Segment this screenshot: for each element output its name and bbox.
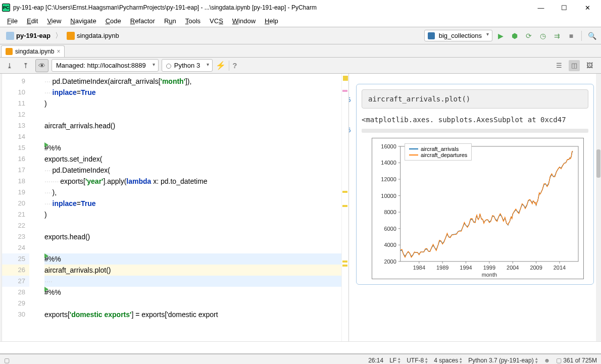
svg-text:16000: 16000 (381, 143, 396, 149)
notebook-file-icon (6, 48, 13, 55)
cell-in-number: 6 (348, 96, 351, 103)
output-scrollbar[interactable] (596, 74, 601, 341)
run-cell-up-icon[interactable]: ⤒ (19, 59, 32, 72)
editor-tab[interactable]: singdata.ipynb × (1, 45, 65, 57)
indent[interactable]: 4 spaces▴▾ (434, 357, 462, 364)
main-content: 9101112131415161718192021222324252627282… (0, 74, 601, 341)
notebook-toolbar: ⤓ ⤒ 👁 Managed: http://localhost:8889 Pyt… (0, 58, 601, 74)
run-gutter (29, 74, 39, 341)
code-editor[interactable]: 9101112131415161718192021222324252627282… (2, 74, 348, 341)
menu-file[interactable]: FFileile (3, 16, 22, 26)
breadcrumb-separator: 〉 (54, 31, 64, 40)
run-button[interactable]: ▶ (494, 30, 507, 42)
memory-indicator[interactable]: ▢ 361 of 725M (556, 357, 597, 364)
menu-bar: FFileile Edit View Navigate Code Refacto… (0, 15, 601, 27)
menu-view[interactable]: View (43, 16, 65, 26)
svg-text:2009: 2009 (530, 265, 542, 271)
menu-edit[interactable]: Edit (23, 16, 42, 26)
app-icon: PC (2, 4, 10, 12)
editor-tabs: singdata.ipynb × (0, 44, 601, 58)
menu-navigate[interactable]: Navigate (66, 16, 100, 26)
run-configuration-dropdown[interactable]: big_collections (424, 30, 492, 41)
debug-button[interactable]: ⬢ (509, 30, 521, 42)
cell-out-number: 6 (348, 126, 351, 134)
svg-text:1999: 1999 (483, 265, 495, 271)
svg-text:1989: 1989 (436, 265, 448, 271)
line-separator[interactable]: LF▴▾ (389, 357, 400, 364)
kernel-dropdown[interactable]: Python 3 (162, 59, 213, 72)
svg-text:10000: 10000 (381, 193, 396, 199)
preview-toggle-icon[interactable]: 👁 (35, 59, 48, 72)
svg-text:4000: 4000 (384, 242, 396, 248)
svg-text:6000: 6000 (384, 226, 396, 232)
breadcrumb-file[interactable]: singdata.ipynb (64, 31, 122, 41)
preview-view-icon[interactable]: 🖼 (584, 60, 595, 71)
window-title: py-191-eap [C:\Users\Ernst.Haagsman\Pych… (13, 4, 317, 11)
breadcrumb-project[interactable]: py-191-eap (3, 31, 54, 41)
help-icon[interactable]: ? (232, 61, 237, 70)
menu-code[interactable]: Code (102, 16, 125, 26)
tool-window-icon[interactable]: ▢ (4, 357, 10, 364)
cursor-position[interactable]: 26:14 (368, 357, 383, 364)
notebook-output-pane: 6 6 aircraft_arrivals.plot() <matplotlib… (348, 74, 601, 341)
svg-text:14000: 14000 (381, 160, 396, 166)
menu-tools[interactable]: Tools (181, 16, 205, 26)
stop-button: ■ (565, 30, 577, 42)
line-gutter: 9101112131415161718192021222324252627282… (2, 74, 29, 341)
output-chart: 2000400060008000100001200014000160001984… (372, 138, 584, 279)
chart-legend: aircraft_arrivalsaircraft_departures (405, 143, 472, 161)
svg-text:2014: 2014 (554, 265, 566, 271)
split-view-icon[interactable]: ◫ (569, 60, 580, 71)
svg-text:2000: 2000 (384, 258, 396, 265)
minimize-button[interactable]: — (529, 1, 553, 15)
close-button[interactable]: ✕ (576, 1, 599, 15)
python-interpreter[interactable]: Python 3.7 (py-191-eap)▴▾ (468, 357, 537, 364)
folder-icon (6, 32, 14, 40)
output-repr-text: <matplotlib.axes._subplots.AxesSubplot a… (362, 116, 588, 124)
code-area[interactable]: ····pd.DatetimeIndex(aircraft_arrivals['… (39, 74, 341, 341)
maximize-button[interactable]: ☐ (553, 1, 576, 15)
output-code-block: aircraft_arrivals.plot() (362, 89, 588, 109)
menu-run[interactable]: Run (160, 16, 180, 26)
menu-window[interactable]: Window (228, 16, 260, 26)
code-view-icon[interactable]: ☰ (554, 60, 565, 71)
output-cell: aircraft_arrivals.plot() <matplotlib.axe… (356, 84, 594, 285)
editor-tab-label: singdata.ipynb (15, 48, 54, 55)
svg-text:1994: 1994 (460, 265, 472, 271)
search-button[interactable]: 🔍 (586, 30, 598, 42)
scrollbar-thumb[interactable] (596, 149, 600, 178)
svg-text:8000: 8000 (384, 209, 396, 215)
svg-text:month: month (482, 272, 497, 278)
svg-text:2004: 2004 (507, 265, 519, 271)
status-bar: ▢ 26:14 LF▴▾ UTF-8▴▾ 4 spaces▴▾ Python 3… (0, 353, 601, 364)
menu-vcs[interactable]: VCS (206, 16, 227, 26)
svg-text:1984: 1984 (413, 265, 425, 271)
bottom-drawer (0, 341, 601, 353)
svg-text:12000: 12000 (381, 176, 396, 182)
navigation-bar: py-191-eap 〉 singdata.ipynb big_collecti… (0, 27, 601, 44)
profile-button[interactable]: ◷ (537, 30, 549, 42)
svg-rect-0 (400, 146, 578, 262)
marker-strip (341, 74, 348, 341)
notebook-file-icon (67, 32, 75, 40)
menu-help[interactable]: Help (261, 16, 282, 26)
run-cell-down-icon[interactable]: ⤓ (3, 59, 16, 72)
inspector-icon[interactable]: ☻ (544, 357, 550, 364)
trusted-icon[interactable]: ⚡ (216, 61, 226, 70)
window-titlebar: PC py-191-eap [C:\Users\Ernst.Haagsman\P… (0, 0, 601, 15)
close-tab-icon[interactable]: × (57, 48, 60, 55)
coverage-button[interactable]: ⟳ (523, 30, 535, 42)
concurrency-button[interactable]: ⇉ (551, 30, 563, 42)
output-divider (362, 129, 588, 133)
jupyter-server-dropdown[interactable]: Managed: http://localhost:8889 (52, 59, 159, 72)
encoding[interactable]: UTF-8▴▾ (407, 357, 428, 364)
menu-refactor[interactable]: Refactor (126, 16, 159, 26)
